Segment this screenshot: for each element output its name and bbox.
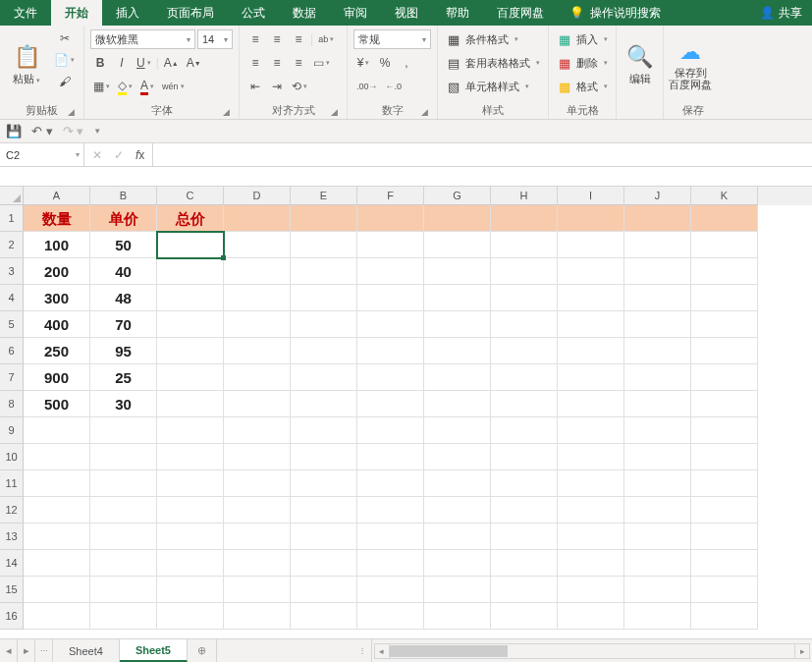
cell-D16[interactable] bbox=[224, 603, 291, 630]
cell-G16[interactable] bbox=[424, 603, 491, 630]
cell-F10[interactable] bbox=[357, 444, 424, 470]
cell-C1[interactable]: 总价 bbox=[157, 205, 224, 232]
tab-view[interactable]: 视图 bbox=[381, 0, 432, 26]
cell-D7[interactable] bbox=[224, 364, 291, 391]
cancel-icon[interactable]: ✕ bbox=[92, 148, 102, 162]
cell-D8[interactable] bbox=[224, 391, 291, 417]
cell-D2[interactable] bbox=[224, 232, 291, 258]
cell-G7[interactable] bbox=[424, 364, 491, 391]
decrease-decimal-button[interactable]: ←.0 bbox=[383, 77, 406, 96]
cell-E5[interactable] bbox=[291, 311, 357, 338]
cell-E14[interactable] bbox=[291, 550, 357, 577]
cell-E9[interactable] bbox=[291, 417, 357, 444]
outdent-button[interactable]: ⇤ bbox=[245, 77, 265, 96]
cell-I15[interactable] bbox=[558, 577, 624, 603]
scroll-left-button[interactable]: ◂ bbox=[374, 643, 390, 659]
cell-D4[interactable] bbox=[224, 285, 291, 311]
cell-I13[interactable] bbox=[558, 524, 624, 550]
tell-me[interactable]: 💡 操作说明搜索 bbox=[558, 0, 673, 26]
cell-J7[interactable] bbox=[624, 364, 691, 391]
tab-layout[interactable]: 页面布局 bbox=[153, 0, 228, 26]
cell-J2[interactable] bbox=[624, 232, 691, 258]
cell-I14[interactable] bbox=[558, 550, 624, 577]
cell-A4[interactable]: 300 bbox=[24, 285, 90, 311]
cell-I3[interactable] bbox=[558, 258, 624, 285]
cell-J5[interactable] bbox=[624, 311, 691, 338]
tab-help[interactable]: 帮助 bbox=[432, 0, 483, 26]
col-header-J[interactable]: J bbox=[624, 187, 691, 205]
cell-J14[interactable] bbox=[624, 550, 691, 577]
cell-K11[interactable] bbox=[691, 470, 758, 497]
cell-D9[interactable] bbox=[224, 417, 291, 444]
cell-G5[interactable] bbox=[424, 311, 491, 338]
cell-F12[interactable] bbox=[357, 497, 424, 524]
cell-A11[interactable] bbox=[24, 470, 90, 497]
cell-H11[interactable] bbox=[491, 470, 558, 497]
cell-C4[interactable] bbox=[157, 285, 224, 311]
font-color-button[interactable]: A bbox=[137, 77, 157, 96]
phonetic-button[interactable]: wén bbox=[159, 77, 188, 96]
cell-F11[interactable] bbox=[357, 470, 424, 497]
fill-color-button[interactable]: ◇ bbox=[115, 77, 135, 96]
cell-F16[interactable] bbox=[357, 603, 424, 630]
cell-C2[interactable] bbox=[157, 232, 224, 258]
col-header-B[interactable]: B bbox=[90, 187, 157, 205]
align-right-button[interactable]: ≡ bbox=[289, 53, 308, 73]
cell-K3[interactable] bbox=[691, 258, 758, 285]
cell-D1[interactable] bbox=[224, 205, 291, 232]
cell-C12[interactable] bbox=[157, 497, 224, 524]
scroll-right-button[interactable]: ▸ bbox=[794, 643, 810, 659]
cell-B13[interactable] bbox=[90, 524, 157, 550]
qat-save-button[interactable]: 💾 bbox=[6, 124, 22, 138]
col-header-I[interactable]: I bbox=[558, 187, 624, 205]
cell-H13[interactable] bbox=[491, 524, 558, 550]
shrink-font-button[interactable]: A▼ bbox=[184, 53, 204, 73]
cut-button[interactable]: ✂ bbox=[51, 28, 78, 48]
cell-E15[interactable] bbox=[291, 577, 357, 603]
cell-A5[interactable]: 400 bbox=[24, 311, 90, 338]
cell-I10[interactable] bbox=[558, 444, 624, 470]
cell-G1[interactable] bbox=[424, 205, 491, 232]
row-header-7[interactable]: 7 bbox=[0, 364, 24, 391]
align-middle-button[interactable]: ≡ bbox=[267, 29, 287, 49]
fx-icon[interactable]: fx bbox=[135, 148, 144, 162]
increase-decimal-button[interactable]: .00→ bbox=[353, 77, 381, 96]
cell-G10[interactable] bbox=[424, 444, 491, 470]
cell-B3[interactable]: 40 bbox=[90, 258, 157, 285]
wrap-text-button[interactable]: ab bbox=[315, 29, 337, 49]
cell-E12[interactable] bbox=[291, 497, 357, 524]
col-header-F[interactable]: F bbox=[357, 187, 424, 205]
cell-B15[interactable] bbox=[90, 577, 157, 603]
cell-G3[interactable] bbox=[424, 258, 491, 285]
col-header-G[interactable]: G bbox=[424, 187, 491, 205]
cell-K5[interactable] bbox=[691, 311, 758, 338]
cell-I9[interactable] bbox=[558, 417, 624, 444]
cell-K13[interactable] bbox=[691, 524, 758, 550]
row-header-1[interactable]: 1 bbox=[0, 205, 24, 232]
cell-J10[interactable] bbox=[624, 444, 691, 470]
cell-A14[interactable] bbox=[24, 550, 90, 577]
cell-F7[interactable] bbox=[357, 364, 424, 391]
cell-I16[interactable] bbox=[558, 603, 624, 630]
cell-A9[interactable] bbox=[24, 417, 90, 444]
cell-J9[interactable] bbox=[624, 417, 691, 444]
cell-B11[interactable] bbox=[90, 470, 157, 497]
cell-E1[interactable] bbox=[291, 205, 357, 232]
copy-button[interactable]: 📄 bbox=[51, 50, 78, 70]
cell-G2[interactable] bbox=[424, 232, 491, 258]
row-header-12[interactable]: 12 bbox=[0, 497, 24, 524]
cell-D13[interactable] bbox=[224, 524, 291, 550]
conditional-format-button[interactable]: ▦条件格式 bbox=[444, 28, 542, 50]
cell-E6[interactable] bbox=[291, 338, 357, 364]
cell-I8[interactable] bbox=[558, 391, 624, 417]
cell-D12[interactable] bbox=[224, 497, 291, 524]
orientation-button[interactable]: ⟲ bbox=[289, 77, 310, 96]
cell-C9[interactable] bbox=[157, 417, 224, 444]
cell-G12[interactable] bbox=[424, 497, 491, 524]
cell-J8[interactable] bbox=[624, 391, 691, 417]
cell-G4[interactable] bbox=[424, 285, 491, 311]
scroll-track[interactable] bbox=[390, 643, 794, 659]
cell-A8[interactable]: 500 bbox=[24, 391, 90, 417]
cell-J11[interactable] bbox=[624, 470, 691, 497]
cell-E10[interactable] bbox=[291, 444, 357, 470]
